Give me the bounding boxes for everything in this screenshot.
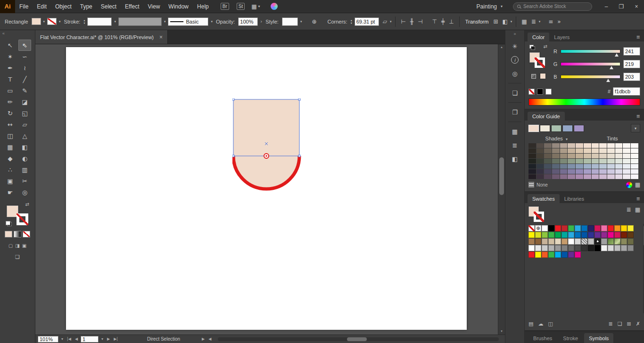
type-tool[interactable]: T [4,74,17,85]
swatch[interactable] [535,232,541,238]
line-segment-tool[interactable]: ╱ [18,74,31,85]
swatch[interactable] [555,252,561,258]
corners-field[interactable] [355,17,379,26]
color-guide-swatch[interactable] [576,148,583,153]
color-guide-swatch[interactable] [615,164,623,169]
color-guide-swatch[interactable] [631,143,638,148]
document-tab[interactable]: Flat Vector Character.ai* @ 101% (RGB/Pr… [35,30,168,44]
align-bottom-icon[interactable]: ⊥ [447,18,455,25]
color-guide-swatch[interactable] [623,164,630,169]
color-guide-swatch[interactable] [576,164,583,169]
color-guide-swatch[interactable] [544,143,552,148]
color-guide-swatch[interactable] [552,148,560,153]
color-guide-swatch[interactable] [592,154,599,158]
vertical-scrollbar[interactable]: ▴ ▾ [498,44,505,335]
color-guide-current-swatch[interactable] [551,125,561,132]
color-guide-swatch[interactable] [528,169,536,174]
swatch-pattern[interactable] [608,238,614,245]
last-artboard-icon[interactable]: ▶| [113,337,119,341]
canvas-viewport[interactable] [35,44,498,335]
column-graph-tool[interactable]: ▥ [18,164,31,175]
menu-select[interactable]: Select [97,0,121,13]
color-guide-swatch[interactable] [584,169,591,174]
expand-panels-icon[interactable]: » [505,30,524,39]
chevron-right-icon[interactable]: › [260,19,262,24]
hex-field[interactable] [613,87,640,96]
previous-artboard-icon[interactable]: ◀ [74,337,79,341]
color-guide-swatch[interactable] [560,159,568,163]
color-guide-swatch[interactable] [599,159,607,163]
color-guide-swatch[interactable] [607,169,615,174]
horizontal-scrollbar[interactable] [218,337,499,341]
color-guide-swatch[interactable] [552,164,560,169]
swatch[interactable] [614,245,620,251]
swatch[interactable] [621,225,627,231]
color-guide-swatch[interactable] [592,174,599,179]
color-guide-swatch[interactable] [552,159,560,163]
swatch[interactable] [621,232,627,238]
color-guide-swatch[interactable] [631,169,638,174]
swatch[interactable] [561,252,568,258]
swatch[interactable] [627,245,634,251]
chevron-down-icon[interactable]: ▾ [390,20,392,24]
color-guide-swatch[interactable] [592,159,599,163]
swatch[interactable] [548,225,554,231]
color-guide-swatch[interactable] [607,154,615,158]
align-h-center-icon[interactable]: ╫ [409,18,415,25]
scroll-left-icon[interactable]: ◀ [207,337,212,341]
swatch[interactable] [555,238,561,245]
swatch[interactable] [601,225,607,231]
color-guide-swatch[interactable] [528,154,536,158]
color-guide-current-swatch[interactable] [528,125,539,132]
swatch[interactable] [581,232,587,238]
swatch[interactable] [528,238,535,245]
first-artboard-icon[interactable]: |◀ [66,337,72,341]
swatch[interactable] [568,238,574,245]
color-guide-swatch[interactable] [576,174,583,179]
workspace-switcher[interactable]: Painting ▾ [477,3,503,10]
delete-swatch-icon[interactable]: ✗ [636,321,640,327]
panel-menu-icon[interactable]: ≣ [635,194,642,203]
stroke-weight-select[interactable] [87,17,112,26]
swatch[interactable] [561,245,568,251]
swatch[interactable] [542,232,548,238]
swatch[interactable] [614,232,620,238]
swatch[interactable] [548,245,554,251]
color-guide-swatch[interactable] [544,148,552,153]
color-guide-swatch[interactable] [568,154,575,158]
swatch[interactable] [528,245,535,251]
gradient-button[interactable] [14,231,21,237]
export-panel-icon[interactable]: ❐ [509,106,521,118]
web-safe-color-swatch[interactable] [540,73,546,79]
swatch[interactable] [528,232,535,238]
anchor-point[interactable] [232,98,234,100]
color-guide-swatch[interactable] [576,169,583,174]
swatch[interactable] [555,232,561,238]
selected-shape[interactable] [232,98,301,192]
swatch[interactable] [588,245,594,251]
swatch[interactable] [528,252,535,258]
color-guide-swatch[interactable] [615,154,623,158]
swatch[interactable] [535,252,541,258]
color-guide-swatch[interactable] [560,148,568,153]
color-guide-swatch[interactable] [631,154,638,158]
swatch[interactable] [568,232,574,238]
swatch[interactable] [575,245,581,251]
color-guide-swatch[interactable] [576,143,583,148]
swatch[interactable] [542,245,548,251]
panel-tab-symbols[interactable]: Symbols [584,333,613,343]
swatch[interactable] [594,245,601,251]
swatch[interactable] [561,232,568,238]
scroll-down-icon[interactable]: ▾ [498,328,505,335]
swatch[interactable] [535,238,541,245]
color-guide-swatch[interactable] [615,143,623,148]
tab-close-icon[interactable]: × [159,34,163,41]
swatch[interactable] [594,225,601,231]
status-flyout-icon[interactable]: ▶ [201,337,206,341]
color-guide-swatch[interactable] [584,148,591,153]
menu-view[interactable]: View [144,0,165,13]
color-guide-swatch[interactable] [631,159,638,163]
shape-fill[interactable] [233,99,299,189]
color-guide-swatch[interactable] [615,148,623,153]
color-guide-swatch[interactable] [599,143,607,148]
